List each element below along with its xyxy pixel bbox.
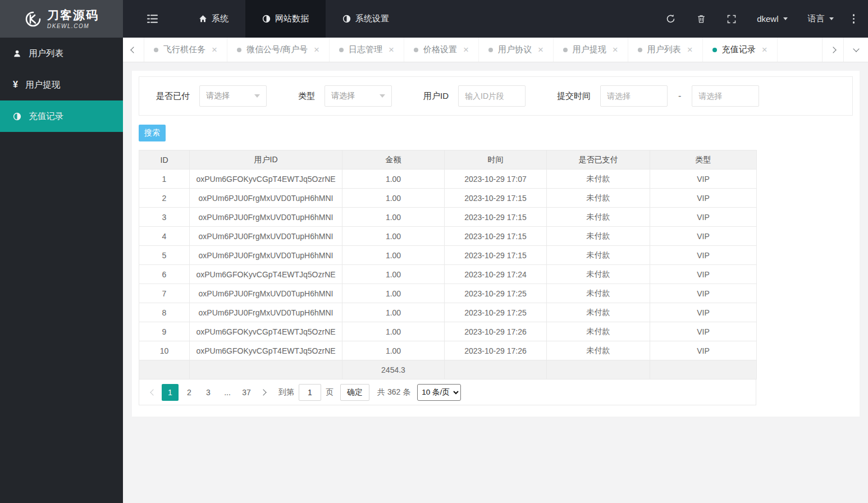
topbar-nav-item[interactable]: 系统 — [182, 0, 245, 38]
sidebar-item[interactable]: ¥ 用户提现 — [0, 69, 123, 100]
tab[interactable]: 用户协议 × — [479, 38, 554, 62]
topbar-nav-item[interactable]: 网站数据 — [245, 0, 326, 38]
language-menu[interactable]: 语言 — [798, 0, 844, 38]
time-end-input[interactable] — [692, 85, 759, 107]
content-card: 是否已付 请选择 类型 请选择 用户ID 提交时间 - — [132, 71, 860, 417]
table-cell: 2023-10-29 17:15 — [445, 189, 547, 208]
table-cell: VIP — [650, 227, 757, 246]
table-cell: 2023-10-29 17:24 — [445, 265, 547, 284]
search-button[interactable]: 搜索 — [139, 125, 166, 141]
tab-close-icon[interactable]: × — [687, 45, 693, 54]
page-button[interactable]: 37 — [238, 384, 255, 401]
more-options-icon[interactable] — [844, 0, 864, 38]
tab-status-dot — [488, 48, 493, 52]
table-row: 4oxPUm6PJU0FrgMxUVD0TupH6hMNI1.002023-10… — [139, 227, 757, 246]
records-table: ID用户ID金额时间是否已支付类型 1oxPUm6GFOKyvCGpT4EWTJ… — [139, 150, 757, 379]
table-row: 6oxPUm6GFOKyvCGpT4EWTJq5OzrNE1.002023-10… — [139, 265, 757, 284]
filter-paid-select[interactable]: 请选择 — [199, 85, 267, 107]
table-cell: oxPUm6PJU0FrgMxUVD0TupH6hMNI — [190, 189, 342, 208]
goto-page-input[interactable] — [299, 384, 321, 401]
table-cell: 未付款 — [547, 189, 650, 208]
filter-bar: 是否已付 请选择 类型 请选择 用户ID 提交时间 - — [139, 76, 853, 116]
tab-close-icon[interactable]: × — [463, 45, 469, 54]
tab-list: 飞行棋任务 × 微信公号/商户号 × 日志管理 × 价格设置 × 用户协议 × … — [144, 38, 822, 62]
table-cell: 未付款 — [547, 265, 650, 284]
tab[interactable]: 用户提现 × — [554, 38, 628, 62]
table-cell: 1.00 — [342, 170, 445, 189]
table-header-cell: 时间 — [445, 150, 547, 170]
table-cell: oxPUm6PJU0FrgMxUVD0TupH6hMNI — [190, 303, 342, 322]
home-icon — [199, 15, 207, 23]
tab[interactable]: 用户列表 × — [628, 38, 703, 62]
tab-close-icon[interactable]: × — [613, 45, 618, 54]
tab-status-dot — [339, 48, 344, 52]
trash-icon[interactable] — [686, 0, 716, 38]
filter-type-select[interactable]: 请选择 — [325, 85, 392, 107]
table-header-cell: 金额 — [342, 150, 445, 170]
table-cell: 10 — [139, 341, 190, 360]
tab[interactable]: 价格设置 × — [404, 38, 479, 62]
filter-paid-label: 是否已付 — [156, 91, 190, 102]
tab[interactable]: 日志管理 × — [330, 38, 404, 62]
table-cell: VIP — [650, 303, 757, 322]
tabs-menu-button[interactable] — [843, 38, 868, 62]
page-button[interactable]: 1 — [162, 384, 179, 401]
pie-icon — [13, 112, 21, 121]
tab-close-icon[interactable]: × — [762, 45, 768, 54]
table-cell: oxPUm6GFOKyvCGpT4EWTJq5OzrNE — [190, 265, 342, 284]
yen-icon: ¥ — [13, 80, 18, 90]
userid-input[interactable] — [458, 85, 526, 107]
language-label: 语言 — [808, 13, 825, 24]
tabbar: 飞行棋任务 × 微信公号/商户号 × 日志管理 × 价格设置 × 用户协议 × … — [123, 38, 868, 62]
table-cell: 2 — [139, 189, 190, 208]
table-cell: 1.00 — [342, 341, 445, 360]
table-cell: 2023-10-29 17:26 — [445, 341, 547, 360]
table-header-row: ID用户ID金额时间是否已支付类型 — [139, 150, 757, 170]
table-cell: 2023-10-29 17:07 — [445, 170, 547, 189]
tab-close-icon[interactable]: × — [538, 45, 543, 54]
sidebar-item[interactable]: 充值记录 — [0, 100, 123, 132]
tab[interactable]: 微信公号/商户号 × — [227, 38, 330, 62]
table-row: 1oxPUm6GFOKyvCGpT4EWTJq5OzrNE1.002023-10… — [139, 170, 757, 189]
tab[interactable]: 飞行棋任务 × — [144, 38, 227, 62]
refresh-icon[interactable] — [655, 0, 686, 38]
table-header-cell: 用户ID — [190, 150, 342, 170]
table-cell: oxPUm6GFOKyvCGpT4EWTJq5OzrNE — [190, 170, 342, 189]
tab-status-dot — [154, 48, 158, 52]
table-row: 10oxPUm6GFOKyvCGpT4EWTJq5OzrNE1.002023-1… — [139, 341, 757, 360]
pie-icon — [342, 15, 351, 23]
prev-page-button[interactable] — [146, 384, 161, 401]
time-start-input[interactable] — [600, 85, 668, 107]
page-ellipsis: ... — [219, 384, 236, 401]
table-row: 7oxPUm6PJU0FrgMxUVD0TupH6hMNI1.002023-10… — [139, 284, 757, 303]
next-page-button[interactable] — [256, 384, 271, 401]
confirm-button[interactable]: 确定 — [340, 384, 369, 401]
table-cell: 9 — [139, 322, 190, 341]
table-cell: 未付款 — [547, 170, 650, 189]
fullscreen-icon[interactable] — [716, 0, 747, 38]
tab[interactable]: 充值记录 × — [703, 38, 778, 62]
tabs-scroll-left-button[interactable] — [123, 38, 144, 62]
tab-close-icon[interactable]: × — [389, 45, 394, 54]
sidebar-item[interactable]: 用户列表 — [0, 38, 123, 69]
logo-icon — [24, 10, 42, 28]
menu-toggle-icon[interactable] — [123, 0, 182, 38]
user-icon — [13, 49, 21, 58]
table-cell: 1.00 — [342, 189, 445, 208]
table-cell: VIP — [650, 170, 757, 189]
user-menu[interactable]: dkewl — [747, 0, 797, 38]
topbar-actions: dkewl 语言 — [655, 0, 868, 38]
page-button[interactable]: 2 — [181, 384, 198, 401]
page-button[interactable]: 3 — [200, 384, 217, 401]
tab-status-dot — [638, 48, 642, 52]
table-row: 3oxPUm6PJU0FrgMxUVD0TupH6hMNI1.002023-10… — [139, 208, 757, 227]
page-size-select[interactable]: 10 条/页 — [417, 384, 461, 401]
topbar-nav-item[interactable]: 系统设置 — [326, 0, 406, 38]
table-cell: 未付款 — [547, 227, 650, 246]
table-body: 1oxPUm6GFOKyvCGpT4EWTJq5OzrNE1.002023-10… — [139, 170, 757, 360]
tab-close-icon[interactable]: × — [314, 45, 319, 54]
tabs-scroll-right-button[interactable] — [822, 38, 843, 62]
table-cell: 1.00 — [342, 265, 445, 284]
logo: 刀客源码 DKEWL.COM — [0, 0, 123, 38]
tab-close-icon[interactable]: × — [212, 45, 217, 54]
